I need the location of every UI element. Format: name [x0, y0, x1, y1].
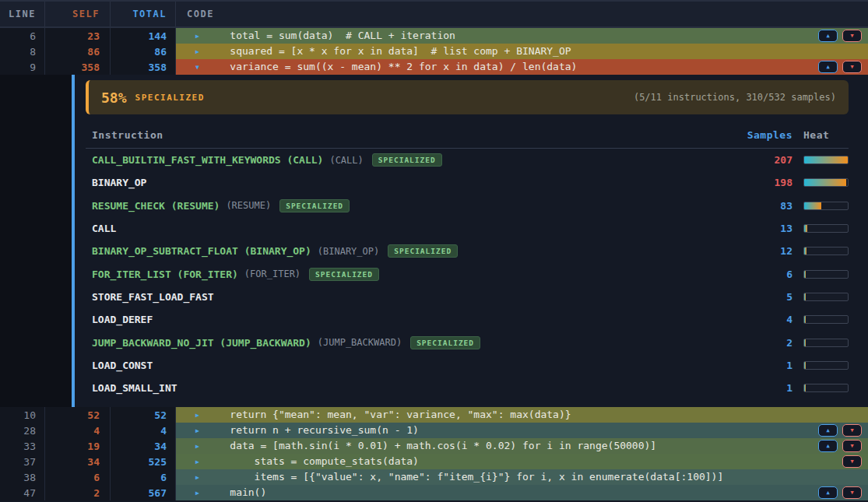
- code-cell[interactable]: ▼ variance = sum((x - mean) ** 2 for x i…: [176, 59, 868, 75]
- instruction-row: BINARY_OP198: [86, 171, 849, 194]
- row-nav-buttons: ▲▼: [818, 424, 862, 437]
- jump-down-button[interactable]: ▼: [842, 30, 862, 42]
- instruction-name: BINARY_OP: [92, 177, 146, 188]
- expanded-detail-section: 58% SPECIALIZED (5/11 instructions, 310/…: [0, 75, 868, 407]
- expand-expander-icon[interactable]: ▶: [195, 474, 206, 481]
- instruction-family: (CALL): [329, 155, 363, 166]
- heat-bar: [803, 293, 849, 301]
- instruction-row: BINARY_OP_SUBTRACT_FLOAT (BINARY_OP)(BIN…: [86, 240, 849, 262]
- expand-expander-icon[interactable]: ▶: [195, 427, 206, 434]
- code-cell[interactable]: ▶ return n + recursive_sum(n - 1)▲▼: [176, 423, 868, 438]
- instruction-samples: 5: [738, 291, 792, 303]
- instruction-samples: 13: [738, 223, 792, 234]
- self-samples: 86: [45, 44, 111, 59]
- samples-column-header: Samples: [738, 129, 792, 141]
- heat-bar-fill: [804, 384, 806, 391]
- instruction-row: STORE_FAST_LOAD_FAST5: [86, 286, 849, 308]
- heat-bar-fill: [804, 179, 846, 186]
- heat-bar-fill: [804, 271, 806, 278]
- line-number: 37: [0, 454, 45, 469]
- expand-expander-icon[interactable]: ▶: [195, 412, 206, 419]
- code-cell[interactable]: ▶ return {"mean": mean, "var": variance,…: [176, 407, 868, 423]
- instruction-table-body: CALL_BUILTIN_FAST_WITH_KEYWORDS (CALL)(C…: [86, 149, 849, 399]
- instruction-name: STORE_FAST_LOAD_FAST: [92, 291, 214, 303]
- instruction-name-group: LOAD_CONST: [92, 360, 738, 371]
- code-cell[interactable]: ▶ stats = compute_stats(data)▼: [176, 454, 868, 469]
- jump-down-button[interactable]: ▼: [842, 440, 862, 452]
- instruction-name-group: JUMP_BACKWARD_NO_JIT (JUMP_BACKWARD)(JUM…: [92, 336, 738, 349]
- instruction-family: (BINARY_OP): [318, 246, 379, 257]
- row-nav-buttons: ▼: [842, 455, 862, 468]
- line-number: 38: [0, 469, 45, 485]
- profiler-view: LINE SELF TOTAL CODE 623144▶ total = sum…: [0, 0, 868, 502]
- self-samples: 2: [45, 485, 111, 500]
- code-cell[interactable]: ▶ items = [{"value": x, "name": f"item_{…: [176, 469, 868, 485]
- jump-up-button[interactable]: ▲: [818, 30, 838, 42]
- code-cell[interactable]: ▶ squared = [x * x for x in data] # list…: [176, 44, 868, 59]
- instruction-name: BINARY_OP_SUBTRACT_FLOAT (BINARY_OP): [92, 245, 311, 257]
- line-number: 10: [0, 407, 45, 423]
- jump-up-button[interactable]: ▲: [818, 486, 838, 499]
- total-samples: 34: [111, 438, 176, 454]
- jump-down-button[interactable]: ▼: [842, 424, 862, 437]
- heat-bar-fill: [804, 293, 806, 300]
- instruction-name-group: BINARY_OP: [92, 177, 738, 188]
- code-text: variance = sum((x - mean) ** 2 for x in …: [206, 59, 577, 75]
- specialized-badge: SPECIALIZED: [279, 199, 350, 212]
- jump-up-button[interactable]: ▲: [818, 424, 838, 437]
- total-samples: 144: [111, 28, 176, 44]
- heat-bar: [803, 384, 849, 392]
- code-cell[interactable]: ▶ main()▲▼: [176, 485, 868, 500]
- instruction-row: CALL13: [86, 217, 849, 240]
- instruction-column-header: Instruction: [92, 129, 738, 141]
- expand-expander-icon[interactable]: ▶: [195, 48, 206, 55]
- heat-column-header: Heat: [803, 129, 849, 141]
- line-number: 6: [0, 28, 45, 44]
- expand-expander-icon[interactable]: ▶: [195, 490, 206, 497]
- line-number: 33: [0, 438, 45, 454]
- instruction-name-group: LOAD_SMALL_INT: [92, 382, 738, 394]
- line-number: 28: [0, 423, 45, 438]
- code-cell[interactable]: ▶ total = sum(data) # CALL + iteration▲▼: [176, 28, 868, 44]
- heat-bar: [803, 339, 849, 347]
- code-text: data = [math.sin(i * 0.01) + math.cos(i …: [206, 438, 656, 454]
- instruction-row: LOAD_CONST1: [86, 354, 849, 377]
- heat-bar: [803, 270, 849, 279]
- instruction-row: JUMP_BACKWARD_NO_JIT (JUMP_BACKWARD)(JUM…: [86, 331, 849, 353]
- collapse-expander-icon[interactable]: ▼: [195, 64, 206, 71]
- code-row-line-8: 88686▶ squared = [x * x for x in data] #…: [0, 44, 868, 59]
- heat-bar: [803, 247, 849, 255]
- jump-up-button[interactable]: ▲: [818, 440, 838, 452]
- specialization-summary-panel: 58% SPECIALIZED (5/11 instructions, 310/…: [86, 80, 849, 114]
- instruction-samples: 6: [738, 269, 792, 280]
- instruction-name: LOAD_CONST: [92, 360, 153, 371]
- expanded-gutter: [0, 75, 72, 407]
- expand-expander-icon[interactable]: ▶: [195, 458, 206, 465]
- code-row-line-9: 9358358▼ variance = sum((x - mean) ** 2 …: [0, 59, 868, 75]
- instruction-name-group: FOR_ITER_LIST (FOR_ITER)(FOR_ITER)SPECIA…: [92, 268, 738, 281]
- instruction-family: (FOR_ITER): [244, 269, 300, 279]
- instruction-name: JUMP_BACKWARD_NO_JIT (JUMP_BACKWARD): [92, 337, 311, 349]
- specialized-label: SPECIALIZED: [135, 93, 205, 103]
- jump-down-button[interactable]: ▼: [842, 486, 862, 499]
- code-cell[interactable]: ▶ data = [math.sin(i * 0.01) + math.cos(…: [176, 438, 868, 454]
- heat-bar: [803, 202, 849, 210]
- instruction-name-group: RESUME_CHECK (RESUME)(RESUME)SPECIALIZED: [92, 199, 738, 212]
- code-rows-bottom: 105252▶ return {"mean": mean, "var": var…: [0, 407, 868, 500]
- jump-down-button[interactable]: ▼: [842, 61, 862, 73]
- total-samples: 52: [111, 407, 176, 423]
- expand-expander-icon[interactable]: ▶: [195, 443, 206, 450]
- instruction-samples: 12: [738, 245, 792, 257]
- instruction-name-group: CALL: [92, 223, 738, 234]
- heat-bar: [803, 178, 849, 187]
- jump-up-button[interactable]: ▲: [818, 61, 838, 73]
- specialized-badge: SPECIALIZED: [372, 153, 442, 167]
- specialized-percent: 58%: [101, 90, 127, 106]
- self-samples: 23: [45, 28, 111, 44]
- jump-down-button[interactable]: ▼: [842, 455, 862, 468]
- expanded-content: 58% SPECIALIZED (5/11 instructions, 310/…: [75, 75, 868, 407]
- specialization-note: (5/11 instructions, 310/532 samples): [634, 92, 836, 103]
- specialized-badge: SPECIALIZED: [309, 268, 379, 281]
- expand-expander-icon[interactable]: ▶: [195, 33, 206, 40]
- total-samples: 4: [111, 423, 176, 438]
